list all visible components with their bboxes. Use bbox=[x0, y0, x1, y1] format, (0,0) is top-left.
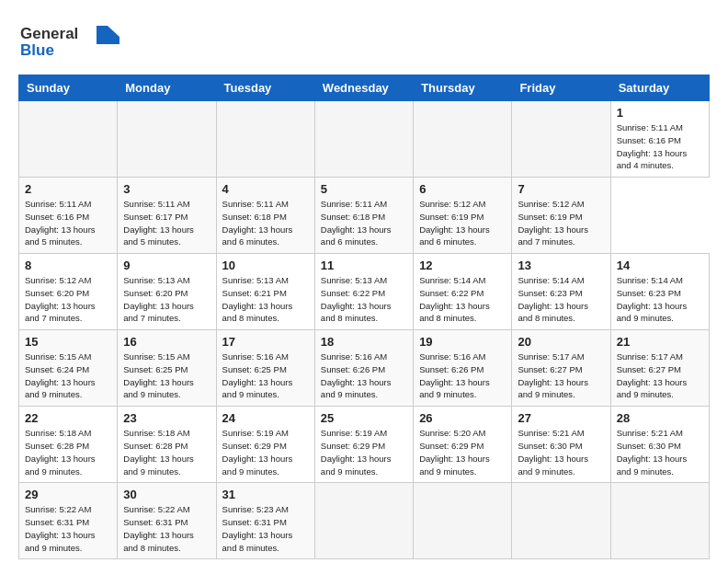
calendar-day: 15Sunrise: 5:15 AMSunset: 6:24 PMDayligh… bbox=[19, 330, 118, 407]
calendar-week-3: 15Sunrise: 5:15 AMSunset: 6:24 PMDayligh… bbox=[19, 330, 710, 407]
calendar-day bbox=[512, 483, 610, 559]
col-header-friday: Friday bbox=[512, 75, 610, 101]
day-number: 13 bbox=[518, 259, 604, 272]
day-number: 11 bbox=[321, 259, 407, 272]
day-info: Sunrise: 5:17 AMSunset: 6:27 PMDaylight:… bbox=[518, 350, 604, 401]
day-info: Sunrise: 5:14 AMSunset: 6:23 PMDaylight:… bbox=[518, 274, 604, 325]
calendar-day: 21Sunrise: 5:17 AMSunset: 6:27 PMDayligh… bbox=[610, 330, 709, 407]
col-header-thursday: Thursday bbox=[414, 75, 512, 101]
day-number: 3 bbox=[123, 182, 210, 196]
calendar-table: SundayMondayTuesdayWednesdayThursdayFrid… bbox=[18, 75, 710, 559]
svg-text:General: General bbox=[20, 25, 78, 42]
calendar-day bbox=[512, 101, 610, 178]
calendar-day bbox=[19, 101, 118, 178]
calendar-day: 24Sunrise: 5:19 AMSunset: 6:29 PMDayligh… bbox=[216, 407, 314, 483]
calendar-day: 23Sunrise: 5:18 AMSunset: 6:28 PMDayligh… bbox=[118, 407, 216, 483]
calendar-week-4: 22Sunrise: 5:18 AMSunset: 6:28 PMDayligh… bbox=[19, 407, 710, 483]
day-number: 31 bbox=[222, 488, 309, 501]
calendar-day: 6Sunrise: 5:12 AMSunset: 6:19 PMDaylight… bbox=[414, 178, 512, 254]
day-number: 2 bbox=[25, 182, 111, 196]
calendar-day: 29Sunrise: 5:22 AMSunset: 6:31 PMDayligh… bbox=[19, 483, 118, 559]
calendar-day bbox=[216, 101, 314, 178]
day-number: 5 bbox=[321, 182, 407, 196]
day-number: 9 bbox=[123, 259, 210, 272]
day-number: 24 bbox=[222, 411, 309, 425]
day-info: Sunrise: 5:20 AMSunset: 6:29 PMDaylight:… bbox=[419, 427, 506, 477]
day-info: Sunrise: 5:11 AMSunset: 6:18 PMDaylight:… bbox=[321, 198, 407, 248]
day-info: Sunrise: 5:13 AMSunset: 6:21 PMDaylight:… bbox=[222, 274, 309, 325]
day-number: 18 bbox=[321, 335, 407, 349]
calendar-day: 2Sunrise: 5:11 AMSunset: 6:16 PMDaylight… bbox=[19, 178, 118, 254]
calendar-day: 14Sunrise: 5:14 AMSunset: 6:23 PMDayligh… bbox=[610, 254, 709, 330]
day-number: 21 bbox=[617, 335, 703, 349]
col-header-monday: Monday bbox=[118, 75, 216, 101]
calendar-day: 20Sunrise: 5:17 AMSunset: 6:27 PMDayligh… bbox=[512, 330, 610, 407]
day-info: Sunrise: 5:16 AMSunset: 6:25 PMDaylight:… bbox=[222, 350, 309, 401]
day-number: 1 bbox=[617, 106, 703, 120]
calendar-day: 18Sunrise: 5:16 AMSunset: 6:26 PMDayligh… bbox=[314, 330, 413, 407]
day-info: Sunrise: 5:11 AMSunset: 6:18 PMDaylight:… bbox=[222, 198, 309, 248]
day-info: Sunrise: 5:17 AMSunset: 6:27 PMDaylight:… bbox=[617, 350, 703, 401]
day-info: Sunrise: 5:11 AMSunset: 6:16 PMDaylight:… bbox=[25, 198, 111, 248]
col-header-wednesday: Wednesday bbox=[314, 75, 413, 101]
calendar-day: 10Sunrise: 5:13 AMSunset: 6:21 PMDayligh… bbox=[216, 254, 314, 330]
svg-text:Blue: Blue bbox=[20, 41, 54, 59]
calendar-day: 16Sunrise: 5:15 AMSunset: 6:25 PMDayligh… bbox=[118, 330, 216, 407]
calendar-day bbox=[314, 483, 413, 559]
day-number: 20 bbox=[518, 335, 604, 349]
calendar-day: 3Sunrise: 5:11 AMSunset: 6:17 PMDaylight… bbox=[118, 178, 216, 254]
day-info: Sunrise: 5:18 AMSunset: 6:28 PMDaylight:… bbox=[25, 427, 111, 477]
day-number: 8 bbox=[25, 259, 111, 272]
calendar-day: 7Sunrise: 5:12 AMSunset: 6:19 PMDaylight… bbox=[512, 178, 610, 254]
calendar-week-2: 8Sunrise: 5:12 AMSunset: 6:20 PMDaylight… bbox=[19, 254, 710, 330]
calendar-day: 31Sunrise: 5:23 AMSunset: 6:31 PMDayligh… bbox=[216, 483, 314, 559]
day-info: Sunrise: 5:19 AMSunset: 6:29 PMDaylight:… bbox=[321, 427, 407, 477]
day-info: Sunrise: 5:11 AMSunset: 6:16 PMDaylight:… bbox=[617, 121, 703, 172]
day-number: 4 bbox=[222, 182, 309, 196]
calendar-day: 9Sunrise: 5:13 AMSunset: 6:20 PMDaylight… bbox=[118, 254, 216, 330]
calendar-day bbox=[314, 101, 413, 178]
calendar-week-0: 1Sunrise: 5:11 AMSunset: 6:16 PMDaylight… bbox=[19, 101, 710, 178]
calendar-day: 25Sunrise: 5:19 AMSunset: 6:29 PMDayligh… bbox=[314, 407, 413, 483]
calendar-day: 28Sunrise: 5:21 AMSunset: 6:30 PMDayligh… bbox=[610, 407, 709, 483]
calendar-day: 22Sunrise: 5:18 AMSunset: 6:28 PMDayligh… bbox=[19, 407, 118, 483]
day-info: Sunrise: 5:14 AMSunset: 6:23 PMDaylight:… bbox=[617, 274, 703, 325]
logo-icon: General Blue bbox=[18, 18, 119, 60]
day-number: 27 bbox=[518, 411, 604, 425]
day-number: 22 bbox=[25, 411, 111, 425]
day-info: Sunrise: 5:23 AMSunset: 6:31 PMDaylight:… bbox=[222, 503, 309, 554]
calendar-day: 5Sunrise: 5:11 AMSunset: 6:18 PMDaylight… bbox=[314, 178, 413, 254]
day-number: 30 bbox=[123, 488, 210, 501]
day-info: Sunrise: 5:16 AMSunset: 6:26 PMDaylight:… bbox=[419, 350, 506, 401]
day-number: 25 bbox=[321, 411, 407, 425]
calendar-day: 19Sunrise: 5:16 AMSunset: 6:26 PMDayligh… bbox=[414, 330, 512, 407]
calendar-day: 12Sunrise: 5:14 AMSunset: 6:22 PMDayligh… bbox=[414, 254, 512, 330]
calendar-week-1: 2Sunrise: 5:11 AMSunset: 6:16 PMDaylight… bbox=[19, 178, 710, 254]
day-info: Sunrise: 5:13 AMSunset: 6:22 PMDaylight:… bbox=[321, 274, 407, 325]
day-info: Sunrise: 5:22 AMSunset: 6:31 PMDaylight:… bbox=[25, 503, 111, 554]
calendar-day bbox=[610, 483, 709, 559]
calendar-day: 11Sunrise: 5:13 AMSunset: 6:22 PMDayligh… bbox=[314, 254, 413, 330]
day-number: 15 bbox=[25, 335, 111, 349]
calendar-day: 13Sunrise: 5:14 AMSunset: 6:23 PMDayligh… bbox=[512, 254, 610, 330]
page-header: General Blue bbox=[18, 18, 710, 60]
day-number: 28 bbox=[617, 411, 703, 425]
calendar-day: 1Sunrise: 5:11 AMSunset: 6:16 PMDaylight… bbox=[610, 101, 709, 178]
calendar-day: 27Sunrise: 5:21 AMSunset: 6:30 PMDayligh… bbox=[512, 407, 610, 483]
col-header-sunday: Sunday bbox=[19, 75, 118, 101]
day-number: 6 bbox=[419, 182, 506, 196]
day-number: 19 bbox=[419, 335, 506, 349]
day-info: Sunrise: 5:12 AMSunset: 6:19 PMDaylight:… bbox=[419, 198, 506, 248]
day-info: Sunrise: 5:14 AMSunset: 6:22 PMDaylight:… bbox=[419, 274, 506, 325]
day-number: 23 bbox=[123, 411, 210, 425]
day-info: Sunrise: 5:11 AMSunset: 6:17 PMDaylight:… bbox=[123, 198, 210, 248]
day-number: 10 bbox=[222, 259, 309, 272]
day-info: Sunrise: 5:15 AMSunset: 6:25 PMDaylight:… bbox=[123, 350, 210, 401]
day-number: 14 bbox=[617, 259, 703, 272]
calendar-day: 26Sunrise: 5:20 AMSunset: 6:29 PMDayligh… bbox=[414, 407, 512, 483]
calendar-week-5: 29Sunrise: 5:22 AMSunset: 6:31 PMDayligh… bbox=[19, 483, 710, 559]
day-info: Sunrise: 5:12 AMSunset: 6:19 PMDaylight:… bbox=[518, 198, 604, 248]
day-number: 29 bbox=[25, 488, 111, 501]
calendar-day: 4Sunrise: 5:11 AMSunset: 6:18 PMDaylight… bbox=[216, 178, 314, 254]
calendar-day bbox=[414, 483, 512, 559]
